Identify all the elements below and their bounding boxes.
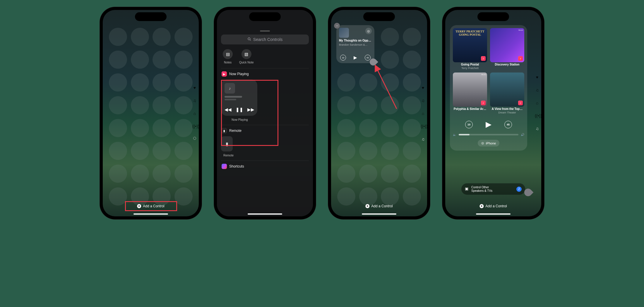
empty-slot[interactable] (359, 119, 377, 137)
empty-slot[interactable] (174, 187, 193, 206)
add-control-button[interactable]: + Add a Control (479, 204, 507, 208)
empty-slot[interactable] (381, 28, 399, 46)
empty-slot[interactable] (131, 28, 149, 46)
sheet-grabber[interactable] (260, 30, 270, 32)
empty-slot[interactable] (403, 51, 421, 69)
empty-slot[interactable] (403, 73, 421, 92)
empty-slot[interactable] (109, 165, 127, 183)
empty-slot[interactable] (174, 28, 193, 46)
empty-slot[interactable] (131, 96, 149, 114)
heart-icon[interactable]: ♥ (535, 75, 539, 80)
empty-slot[interactable] (153, 142, 171, 160)
suggestion-notes[interactable]: ▤ Notes (223, 49, 233, 64)
add-control-button[interactable]: + Add a Control (365, 204, 393, 208)
empty-slot[interactable] (403, 187, 421, 206)
heart-icon[interactable]: ♥ (421, 85, 425, 90)
empty-slot[interactable] (109, 142, 127, 160)
home-indicator[interactable] (362, 213, 396, 215)
empty-slot[interactable] (403, 142, 421, 160)
empty-slot[interactable] (153, 119, 171, 137)
empty-slot[interactable] (381, 142, 399, 160)
empty-slot[interactable] (153, 96, 171, 114)
album-polyphia[interactable]: Music♪ Polyphia & Similar Ar… (453, 73, 487, 114)
empty-slot[interactable] (153, 51, 171, 69)
play-button[interactable]: ▶ (486, 120, 491, 129)
empty-slot[interactable] (381, 119, 399, 137)
divider (221, 68, 309, 68)
empty-slot[interactable] (337, 96, 355, 114)
home-icon[interactable]: ⌂ (535, 101, 539, 105)
search-controls-input[interactable]: Search Controls (221, 35, 309, 44)
skip-back-10-button[interactable]: 10 (465, 121, 473, 128)
empty-slot[interactable] (109, 51, 127, 69)
empty-slot[interactable] (153, 28, 171, 46)
control-other-speakers-pill[interactable]: ▣ Control OtherSpeakers & TVs 2 (461, 183, 525, 195)
home-icon[interactable]: ⌂ (192, 111, 197, 116)
album-going-postal[interactable]: ♪ Going Postal Terry Pratchett (453, 28, 487, 70)
empty-slot[interactable] (174, 73, 193, 92)
empty-slot[interactable] (381, 187, 399, 206)
empty-slot[interactable] (403, 28, 421, 46)
empty-slot[interactable] (174, 142, 193, 160)
antenna-icon[interactable]: ((•)) (535, 113, 539, 118)
home-indicator[interactable] (248, 213, 282, 215)
empty-slot[interactable] (109, 96, 127, 114)
empty-slot[interactable] (337, 142, 355, 160)
apple-music-tag: Music (518, 29, 523, 31)
music-note-icon[interactable]: ♫ (421, 137, 425, 142)
empty-slot[interactable] (109, 28, 127, 46)
music-note-icon[interactable]: ♫ (192, 98, 197, 103)
antenna-icon[interactable]: ((•)) (421, 124, 425, 129)
empty-slot[interactable] (174, 51, 193, 69)
home-icon[interactable]: ⌂ (421, 111, 425, 116)
heart-icon[interactable]: ♥ (192, 85, 197, 90)
empty-slot[interactable] (174, 165, 193, 183)
empty-slot[interactable] (109, 187, 127, 206)
playback-controls: 10 ▶ 45 (453, 120, 524, 129)
empty-slot[interactable] (381, 165, 399, 183)
volume-track[interactable] (459, 134, 518, 135)
music-note-icon[interactable]: ♫ (535, 88, 539, 92)
empty-slot[interactable] (153, 165, 171, 183)
empty-slot[interactable] (174, 119, 193, 137)
play-icon[interactable]: ▶ (354, 55, 357, 60)
empty-slot[interactable] (131, 165, 149, 183)
empty-slot[interactable] (403, 96, 421, 114)
empty-slot[interactable] (109, 119, 127, 137)
skip-back-10-button[interactable]: 10 (340, 55, 346, 61)
empty-slot[interactable] (174, 96, 193, 114)
empty-slot[interactable] (359, 187, 377, 206)
empty-slot[interactable] (131, 119, 149, 137)
skip-forward-45-button[interactable]: 45 (365, 55, 371, 61)
home-indicator[interactable] (476, 213, 511, 215)
home-indicator[interactable] (133, 213, 168, 215)
airplay-device-pill[interactable]: ◎ iPhone (478, 140, 499, 146)
empty-slot[interactable] (359, 165, 377, 183)
antenna-icon[interactable]: ((•)) (192, 124, 197, 129)
album-discovery-station[interactable]: Music♪ Discovery Station (490, 28, 524, 70)
suggestion-quick-note[interactable]: ▧ Quick Note (239, 49, 254, 64)
music-note-icon[interactable]: ♫ (535, 126, 539, 131)
empty-slot[interactable] (337, 165, 355, 183)
album-view-from-top[interactable]: ♪ A View from the Top… Dream Theater (490, 73, 524, 114)
empty-slot[interactable] (337, 73, 355, 92)
empty-slot[interactable] (131, 51, 149, 69)
empty-slot[interactable] (359, 142, 377, 160)
skip-forward-45-button[interactable]: 45 (504, 121, 512, 128)
airplay-icon[interactable]: ◎ (365, 28, 372, 34)
empty-slot[interactable] (153, 73, 171, 92)
quick-note-icon: ▧ (242, 49, 251, 59)
empty-slot[interactable] (131, 73, 149, 92)
empty-slot[interactable] (131, 142, 149, 160)
now-playing-widget-small[interactable]: ◎ My Thoughts on Opp… Brandon Sanderson … (336, 25, 374, 63)
music-note-icon[interactable]: ♫ (421, 98, 425, 103)
remove-widget-button[interactable]: − (334, 23, 340, 29)
empty-slot[interactable] (109, 73, 127, 92)
empty-slot[interactable] (337, 119, 355, 137)
now-playing-widget-large[interactable]: ♪ Going Postal Terry Pratchett Music♪ Di… (450, 25, 527, 151)
empty-slot[interactable] (403, 119, 421, 137)
empty-slot[interactable] (403, 165, 421, 183)
track-artist: Brandon Sanderson &… (339, 43, 372, 46)
empty-slot[interactable] (337, 187, 355, 206)
volume-slider[interactable]: 🔈 🔊 (453, 133, 524, 136)
